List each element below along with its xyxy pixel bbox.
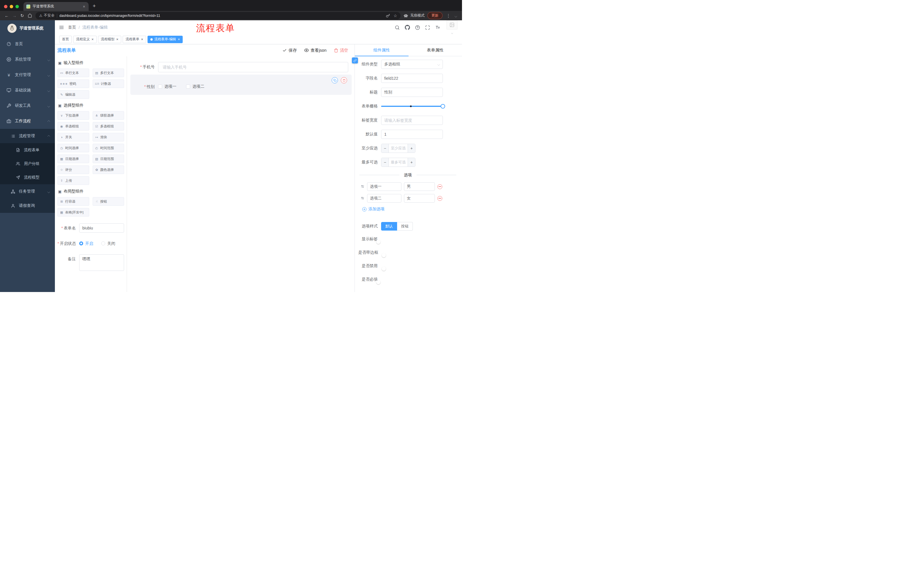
palette-item[interactable]: ▦表格[开发中] (58, 208, 89, 217)
gender-option-1[interactable]: 选项一 (158, 84, 177, 89)
tag-process-form-edit[interactable]: 流程表单-编辑 × (147, 36, 183, 43)
stepper-decrease-button[interactable]: − (381, 158, 389, 166)
stepper-increase-button[interactable]: + (408, 158, 415, 166)
palette-item[interactable]: ▦日期选择 (58, 155, 89, 163)
remove-option-button[interactable] (437, 196, 442, 201)
font-size-icon[interactable] (435, 25, 440, 30)
status-radio-on[interactable]: 开启 (79, 239, 93, 248)
reload-button[interactable]: ↻ (18, 12, 26, 20)
option-value-input[interactable] (404, 182, 435, 191)
github-icon[interactable] (405, 25, 410, 30)
clear-button[interactable]: 清空 (334, 48, 348, 53)
palette-item[interactable]: ◷时间选择 (58, 144, 89, 152)
user-avatar[interactable] (447, 20, 457, 35)
view-json-button[interactable]: 查看json (304, 48, 327, 53)
bookmark-star-icon[interactable]: ☆ (393, 13, 397, 18)
sidebar-item-process-model[interactable]: 流程模型 (0, 171, 55, 184)
sidebar-toggle-button[interactable] (55, 25, 68, 30)
forward-button[interactable]: → (11, 12, 18, 20)
help-icon[interactable] (415, 25, 420, 30)
palette-item[interactable]: ⋔级联选择 (92, 111, 124, 120)
palette-item[interactable]: ▧日期范围 (92, 155, 124, 163)
sidebar-item-leave-query[interactable]: 请假查询 (0, 199, 55, 213)
drag-handle-icon[interactable] (361, 196, 365, 200)
option-style-default-button[interactable]: 默认 (381, 222, 397, 230)
stepper-increase-button[interactable]: + (408, 144, 415, 153)
form-remark-textarea[interactable]: 嘿嘿 (79, 254, 124, 271)
form-name-input[interactable] (79, 224, 124, 233)
palette-item[interactable]: ▭单行文本 (58, 69, 89, 77)
palette-item[interactable]: ▤多行文本 (92, 69, 124, 77)
tag-close-icon[interactable]: × (91, 38, 94, 41)
window-close-button[interactable] (4, 5, 7, 8)
tab-component-props[interactable]: 组件属性 (355, 44, 409, 56)
palette-item[interactable]: ⊞行容器 (58, 197, 89, 206)
option-value-input[interactable] (404, 194, 435, 202)
option-label-input[interactable] (367, 194, 401, 202)
tag-process-model[interactable]: 流程模型 × (98, 36, 122, 43)
canvas-field-gender-selected[interactable]: *性别 选项一 选项二 (130, 74, 351, 95)
palette-item[interactable]: ☆评分 (58, 165, 89, 174)
palette-item[interactable]: 123计数器 (92, 79, 124, 88)
window-maximize-button[interactable] (15, 5, 19, 8)
home-button[interactable] (26, 12, 34, 20)
browser-tab[interactable]: 芋道管理系统 × (23, 2, 89, 11)
drag-handle-icon[interactable] (361, 184, 365, 189)
remove-option-button[interactable] (437, 184, 442, 189)
max-count-value[interactable]: 最多可选 (389, 158, 408, 166)
tag-process-form[interactable]: 流程表单 × (123, 36, 146, 43)
browser-profile-chevron-icon[interactable] (455, 13, 457, 18)
doc-link-button[interactable] (352, 58, 358, 63)
palette-item[interactable]: ∗∗∗密码 (58, 79, 89, 88)
address-bar[interactable]: ⚠ 不安全 dashboard.yudao.iocoder.cn/bpm/man… (35, 12, 401, 20)
tab-close-icon[interactable]: × (82, 4, 86, 9)
grid-slider[interactable] (381, 102, 443, 111)
sidebar-item-home[interactable]: 首页 (0, 36, 55, 52)
default-value-input[interactable] (381, 130, 443, 139)
palette-item[interactable]: ◴时间范围 (92, 144, 124, 152)
sidebar-item-task-mgmt[interactable]: 任务管理 (0, 184, 55, 199)
password-key-icon[interactable] (386, 14, 390, 18)
add-option-button[interactable]: 添加选项 (362, 207, 384, 212)
tag-close-icon[interactable]: × (178, 38, 180, 41)
phone-input[interactable] (158, 62, 348, 72)
tag-close-icon[interactable]: × (141, 38, 143, 41)
back-button[interactable]: ← (3, 12, 11, 20)
canvas-field-phone[interactable]: *手机号 (130, 62, 348, 72)
tag-process-definition[interactable]: 流程定义 × (73, 36, 97, 43)
sidebar-item-devtools[interactable]: 研发工具 (0, 98, 55, 114)
window-minimize-button[interactable] (10, 5, 13, 8)
palette-item[interactable]: ⇧上传 (58, 176, 89, 185)
field-name-input[interactable] (381, 74, 443, 83)
option-style-button-button[interactable]: 按钮 (397, 222, 413, 230)
label-width-input[interactable] (381, 116, 443, 125)
palette-item[interactable]: ◉单选框组 (58, 122, 89, 131)
sidebar-item-payment[interactable]: ¥ 支付管理 (0, 67, 55, 82)
min-count-value[interactable]: 至少应选 (389, 144, 408, 153)
copy-widget-button[interactable] (332, 77, 338, 84)
palette-item[interactable]: ☝按钮 (92, 197, 124, 206)
tab-form-props[interactable]: 表单属性 (409, 44, 462, 56)
new-tab-button[interactable]: + (89, 3, 100, 11)
app-logo[interactable]: 芋道管理系统 (0, 20, 55, 36)
palette-item[interactable]: ✿颜色选择 (92, 165, 124, 174)
palette-item[interactable]: ✎编辑器 (58, 90, 89, 99)
sidebar-item-infra[interactable]: 基础设施 (0, 82, 55, 98)
slider-handle[interactable] (441, 104, 445, 109)
gender-option-2[interactable]: 选项二 (186, 84, 205, 89)
tag-home[interactable]: 首页 (59, 36, 72, 43)
palette-item[interactable]: ∨下拉选择 (58, 111, 89, 120)
title-input[interactable] (381, 88, 443, 97)
delete-widget-button[interactable] (341, 77, 347, 84)
component-type-select[interactable]: 多选框组 (381, 60, 443, 69)
tag-close-icon[interactable]: × (116, 38, 119, 41)
sidebar-item-process-mgmt[interactable]: 流程管理 (0, 129, 55, 143)
fullscreen-icon[interactable] (425, 25, 430, 30)
stepper-decrease-button[interactable]: − (381, 144, 389, 153)
search-icon[interactable] (395, 25, 400, 30)
palette-item[interactable]: ↦滑块 (92, 133, 124, 141)
browser-menu-button[interactable]: ⋮ (446, 13, 451, 18)
palette-item[interactable]: ◑开关 (58, 133, 89, 141)
breadcrumb-home[interactable]: 首页 (68, 25, 76, 30)
option-label-input[interactable] (367, 182, 401, 191)
